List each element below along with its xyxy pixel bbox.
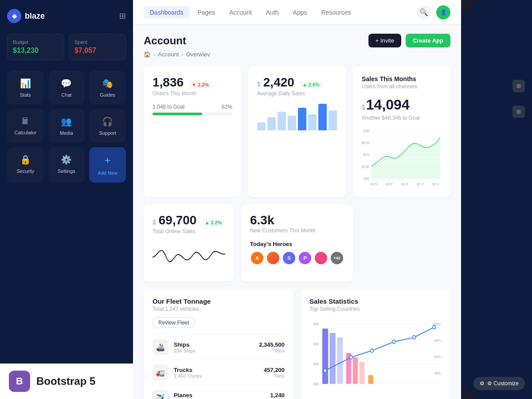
add-new-label: Add New xyxy=(98,170,117,176)
hero-avatar-more: +42 xyxy=(330,251,344,265)
sidebar-item-chat[interactable]: 💬 Chat xyxy=(48,71,85,105)
main-content: Dashboards Pages Account Auth Apps Resou… xyxy=(133,0,461,399)
guides-icon: 🎭 xyxy=(102,78,113,89)
bar8 xyxy=(329,110,337,130)
sidebar-item-calculator[interactable]: 🖩 Calculator xyxy=(7,109,44,143)
sidebar-menu-icon[interactable]: ⊞ xyxy=(119,11,126,21)
sidebar-item-stats[interactable]: 📊 Stats xyxy=(7,71,44,105)
svg-rect-23 xyxy=(322,329,328,384)
right-icon-1[interactable]: ⊞ xyxy=(512,80,525,92)
create-app-button[interactable]: Create App xyxy=(406,34,450,47)
tab-pages[interactable]: Pages xyxy=(192,6,222,19)
logo-icon: ◈ xyxy=(7,9,21,23)
breadcrumb-home[interactable]: 🏠 xyxy=(144,51,151,58)
svg-text:Apr 13: Apr 13 xyxy=(416,182,423,187)
heroes-title: Today's Heroes xyxy=(250,241,344,247)
spent-value: $7,057 xyxy=(74,47,120,55)
planes-info: Planes 8 Aircrafts xyxy=(174,392,265,399)
page-header: Account + Invite Create App xyxy=(144,34,450,47)
svg-point-34 xyxy=(413,336,416,339)
planes-name: Planes xyxy=(174,392,265,399)
support-icon: 🎧 xyxy=(102,116,113,127)
bar1 xyxy=(257,122,266,130)
new-customers-label: New Customers This Month xyxy=(250,227,344,234)
bootstrap-text: Bootstrap 5 xyxy=(36,375,95,387)
fleet-row-planes: ✈️ Planes 8 Aircrafts 1,240 Tons xyxy=(153,385,285,399)
page-header-actions: + Invite Create App xyxy=(368,34,450,47)
hero-avatar-5 xyxy=(314,251,328,265)
customize-label: ⚙ Customize xyxy=(487,380,519,387)
bar2 xyxy=(267,117,276,130)
chat-label: Chat xyxy=(61,92,71,98)
tab-auth[interactable]: Auth xyxy=(260,6,285,19)
orders-card: 1,836 ▼ 2.2% Orders This Month 1,048 to … xyxy=(144,66,241,197)
review-fleet-button[interactable]: Review Fleet xyxy=(153,317,195,328)
ships-info: Ships 234 Ships xyxy=(174,341,254,353)
svg-text:400: 400 xyxy=(313,362,319,366)
svg-text:$20.5K: $20.5K xyxy=(362,141,369,145)
svg-text:600: 600 xyxy=(313,342,319,346)
progress-bar-fill xyxy=(153,113,202,115)
daily-sales-value: 2,420 xyxy=(263,75,294,90)
search-button[interactable]: 🔍 xyxy=(417,5,431,20)
sales-line-chart: $24K $20.5K $17K $13.5K $10K Apr 04 Apr … xyxy=(362,126,442,188)
budget-card: Budget $13,230 xyxy=(7,34,64,60)
tab-dashboards[interactable]: Dashboards xyxy=(144,6,190,19)
sales-stats-sub: Top Selling Countries xyxy=(309,306,442,312)
new-customers-card: 6.3k New Customers This Month Today's He… xyxy=(241,204,353,282)
stats-row-1: 1,836 ▼ 2.2% Orders This Month 1,048 to … xyxy=(144,66,450,197)
customize-button[interactable]: ⚙ ⚙ Customize xyxy=(473,377,525,390)
ships-num: 2,345,500 xyxy=(259,341,285,348)
ships-name: Ships xyxy=(174,341,254,348)
svg-text:80%: 80% xyxy=(434,338,441,343)
guides-label: Guides xyxy=(100,92,115,98)
svg-text:$24K: $24K xyxy=(364,129,369,133)
svg-point-32 xyxy=(370,349,373,352)
right-icon-2[interactable]: ⊞ xyxy=(512,106,525,118)
sidebar-item-security[interactable]: 🔒 Security xyxy=(7,147,44,183)
spent-label: Spent xyxy=(74,39,120,45)
budget-label: Budget xyxy=(13,39,59,45)
svg-point-31 xyxy=(349,356,352,359)
ships-unit: Tons xyxy=(259,348,285,353)
fleet-card: Our Fleet Tonnage Total 1,247 vehicles R… xyxy=(144,289,293,399)
goal-text: 1,048 to Goal xyxy=(153,104,184,110)
tab-resources[interactable]: Resources xyxy=(315,6,357,19)
sales-month-card: Sales This Months Users from all channel… xyxy=(353,66,450,197)
sales-stats-title: Sales Statistics xyxy=(309,297,442,305)
orders-value: 1,836 xyxy=(153,75,184,90)
progress-bar-bg xyxy=(153,113,232,115)
svg-text:40%: 40% xyxy=(434,371,441,376)
svg-text:100%: 100% xyxy=(432,322,441,326)
nav-grid: 📊 Stats 💬 Chat 🎭 Guides 🖩 Calculator 👥 M… xyxy=(7,71,126,183)
stats-label: Stats xyxy=(20,92,31,98)
user-avatar[interactable]: 👤 xyxy=(436,5,450,20)
svg-rect-28 xyxy=(360,362,365,384)
sidebar-item-media[interactable]: 👥 Media xyxy=(48,109,85,143)
bar5 xyxy=(298,108,306,130)
sales-stats-chart: 800 600 400 200 xyxy=(309,317,442,397)
sidebar-item-add-new[interactable]: + Add New xyxy=(89,147,126,183)
daily-sales-chart xyxy=(257,104,337,130)
sales-stats-card: Sales Statistics Top Selling Countries 8… xyxy=(301,289,450,399)
breadcrumb-current: Overwiev xyxy=(186,51,210,58)
tab-account[interactable]: Account xyxy=(223,6,258,19)
sidebar-item-settings[interactable]: ⚙️ Settings xyxy=(48,147,85,183)
heroes-section: Today's Heroes A S P +42 xyxy=(250,241,344,265)
settings-label: Settings xyxy=(58,168,75,174)
tab-apps[interactable]: Apps xyxy=(287,6,313,19)
page-content: Account + Invite Create App 🏠 › Account … xyxy=(133,25,461,399)
wavy-chart xyxy=(153,242,225,273)
breadcrumb-account[interactable]: Account xyxy=(158,51,179,58)
sales-month-goal: Another $48,346 to Goal xyxy=(362,115,442,121)
sales-month-title: Sales This Months xyxy=(362,75,442,82)
spent-card: Spent $7,057 xyxy=(69,34,126,60)
media-icon: 👥 xyxy=(61,116,72,127)
sidebar-item-support[interactable]: 🎧 Support xyxy=(89,109,126,143)
invite-button[interactable]: + Invite xyxy=(368,34,401,47)
trucks-num: 457,200 xyxy=(264,367,285,373)
sidebar-item-guides[interactable]: 🎭 Guides xyxy=(89,71,126,105)
bar6 xyxy=(308,114,317,130)
fleet-title: Our Fleet Tonnage xyxy=(153,297,285,305)
sales-month-sub: Users from all channels xyxy=(362,83,442,90)
